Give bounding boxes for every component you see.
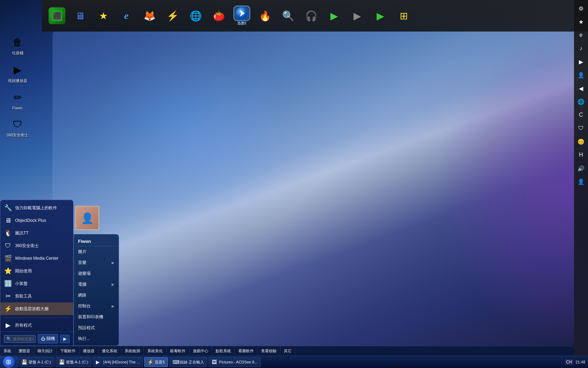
toolbar-item-tb-weather[interactable]: 聊天頻計 [34,346,57,356]
taskbar-item-tb-hdzone[interactable]: ▶[4/4] [HDzone] The ... [93,357,143,367]
monitor-icon: 🖥 [72,7,89,24]
dock-icon-globe-icon[interactable]: 🌐 [186,6,206,26]
dock-icon-thunder-icon-2[interactable]: ⚡ [162,6,183,26]
toolbar-item-tb-player[interactable]: 播放器 [79,346,98,356]
player-icon-image: ▶ [10,63,24,77]
search-box: 🔍 [4,335,36,343]
toolbar-item-tb-antivirus[interactable]: 殺毒軟件 [167,346,189,356]
taskbar-item-tb-acdsee[interactable]: 🖼Pictures - ACDSee 8... [209,357,261,367]
sidebar-icon-rs-vol[interactable]: 🔊 [575,163,587,174]
toolbar-item-tb-browser[interactable]: 瀏覽器 [15,346,34,356]
taskbar-icon-tb-hdzone: ▶ [96,359,102,365]
toolbar-item-tb-other[interactable]: 其它 [280,346,295,356]
dock-icon-cube-icon[interactable]: ⬛ [47,6,67,26]
start-item-getting-started[interactable]: ⭐開始使用 [0,265,73,277]
sidebar-icon-rs-shield[interactable]: 🛡 [575,123,587,134]
desktop-icon-fiwen-icon[interactable]: ✏Fiwen [4,90,31,110]
taskbar-tray: CH 21:48 [561,356,588,368]
start-item-tencent-qq[interactable]: 🐧騰訊TT [0,227,73,239]
sidebar-icon-rs-left[interactable]: ◀ [575,83,587,94]
360-icon-label: 360安全衛士 [7,132,28,138]
taskbar-item-tb-input[interactable]: ⌨姐妹·正在輸入 [169,357,207,367]
all-programs-item[interactable]: ▶ 所有程式 [0,319,73,332]
dock-icon-kmplayer-icon[interactable]: ▶ [347,6,368,26]
desktop-icon-recycle-bin[interactable]: 🗑垃圾桶 [4,35,31,56]
desktop-icon-360-icon[interactable]: 🛡360安全衛士 [4,117,31,138]
search-input[interactable] [13,337,33,341]
start-item-label-360-security: 360安全衛士 [15,243,39,249]
start-item-objectdock[interactable]: 🖥ObjectDock Plus [0,214,73,227]
sidebar-icon-rs-settings[interactable]: ⚙ [575,3,587,14]
sub-item-network[interactable]: 網路 [74,290,119,301]
sub-item-control-panel[interactable]: 控制台▶ [74,301,119,312]
dock-icon-star-icon[interactable]: ★ [93,6,113,26]
sidebar-icon-rs-c[interactable]: C [575,109,587,121]
sidebar-icon-rs-music[interactable]: ♪ [575,43,587,54]
start-item-xunlei-game[interactable]: ⚡啟動迅雷游戲大廳 [0,302,73,315]
start-item-capture-tool[interactable]: ✂剪取工具 [0,290,73,302]
sub-item-label-devices-printers: 裝置和印表機 [78,314,103,320]
toolbar-item-tb-beauty[interactable]: 系統美化 [144,346,167,356]
shutdown-arrow-button[interactable]: ▶ [60,335,70,343]
bottom-toolbar: 系統瀏覽器聊天頻計下載軟件播放器優化系統系統檢測系統美化殺毒軟件遊戲中心點歌系統… [0,346,574,356]
desktop-icon-player-icon[interactable]: ▶視頻播放器 [4,63,31,83]
xunlei-dock-icon [233,6,250,21]
sub-item-label-music: 音樂 [78,260,86,266]
sub-item-run[interactable]: 執行... [74,333,119,344]
dock-icon-flame-icon[interactable]: 🔥 [255,6,275,26]
shutdown-button[interactable]: ⏻ 關機 [38,334,58,343]
sidebar-icon-rs-h[interactable]: H [575,149,587,161]
sidebar-icon-rs-video[interactable]: ▶ [575,56,587,67]
sidebar-icon-rs-person[interactable]: 👤 [575,176,587,187]
sub-item-games[interactable]: 遊樂場 [74,268,119,279]
start-item-windows-media-center[interactable]: 🎬Windows Media Center [0,252,73,265]
dock-icon-play-icon[interactable]: ▶ [324,6,344,26]
sidebar-icon-rs-ie[interactable]: e [575,29,587,41]
toolbar-item-tb-music[interactable]: 點歌系統 [212,346,235,356]
firefox-icon: 🦊 [141,7,158,24]
tray-time: 21:48 [575,360,585,364]
dock-icon-media-icon[interactable]: ▶ [370,6,391,26]
taskbar-item-tb-hdd2[interactable]: 💾硬盤 A-1 (C:) [56,357,92,367]
dock-icon-ie-icon[interactable]: e [116,6,136,26]
toolbar-item-tb-optimize[interactable]: 優化系統 [98,346,121,356]
sub-item-devices-printers[interactable]: 裝置和印表機 [74,312,119,322]
dock-icon-search-tool-icon[interactable]: 🔍 [278,6,298,26]
dock-icon-xunlei-dock-icon[interactable]: 迅雷5 [232,6,252,26]
start-item-calculator[interactable]: 🔢小算盤 [0,277,73,290]
sidebar-icon-rs-network[interactable]: 🌐 [575,96,587,107]
sidebar-icon-rs-face[interactable]: 😊 [575,136,587,147]
start-button[interactable]: ⊞ [0,356,18,368]
start-item-force-uninstall[interactable]: 🔧強力卸載電腦上的軟件 [0,202,73,214]
toolbar-item-tb-verify[interactable]: 查看校驗 [258,346,280,356]
start-item-icon-capture-tool: ✂ [4,292,12,300]
taskbar-icon-tb-xunlei: ⚡ [147,359,153,365]
dock-icon-headphone-icon[interactable]: 🎧 [301,6,321,26]
sub-item-pictures[interactable]: 圖片 [74,246,119,257]
sub-item-default-programs[interactable]: 預設程式 [74,322,119,333]
media-icon: ▶ [372,7,389,24]
star-icon: ★ [95,7,112,24]
toolbar-item-tb-download[interactable]: 下載軟件 [57,346,79,356]
sidebar-icon-rs-user[interactable]: 👤 [575,69,587,81]
taskbar-items: 💾硬盤 A-1 (C:)💾硬盤 A-1 (C:)▶[4/4] [HDzone] … [18,356,561,368]
fiwen-icon-label: Fiwen [12,106,22,110]
start-item-360-security[interactable]: 🛡360安全衛士 [0,239,73,252]
dock-icon-firefox-icon[interactable]: 🦊 [139,6,160,26]
sub-item-music[interactable]: 音樂▶ [74,257,119,268]
dock-icon-monitor-icon[interactable]: 🖥 [70,6,90,26]
dock-icon-tomato-icon[interactable]: 🍅 [209,6,229,26]
taskbar-item-tb-xunlei[interactable]: ⚡迅雷5 [144,357,168,367]
sub-item-arrow-control-panel: ▶ [112,304,114,308]
toolbar-item-tb-drawing[interactable]: 看圖軟件 [235,346,258,356]
sub-item-computer[interactable]: 電腦▶ [74,279,119,290]
sidebar-icon-rs-star[interactable]: ★ [575,16,587,27]
taskbar-item-tb-hdd1[interactable]: 💾硬盤 A-1 (C:) [18,357,54,367]
dock-icon-grid-icon[interactable]: ⊞ [393,6,414,26]
flame-icon: 🔥 [257,7,273,24]
toolbar-item-tb-system[interactable]: 系統 [0,346,15,356]
start-item-icon-xunlei-game: ⚡ [4,305,12,313]
taskbar-icon-tb-input: ⌨ [173,359,178,365]
toolbar-item-tb-syscheck[interactable]: 系統檢測 [121,346,144,356]
toolbar-item-tb-games[interactable]: 遊戲中心 [189,346,212,356]
